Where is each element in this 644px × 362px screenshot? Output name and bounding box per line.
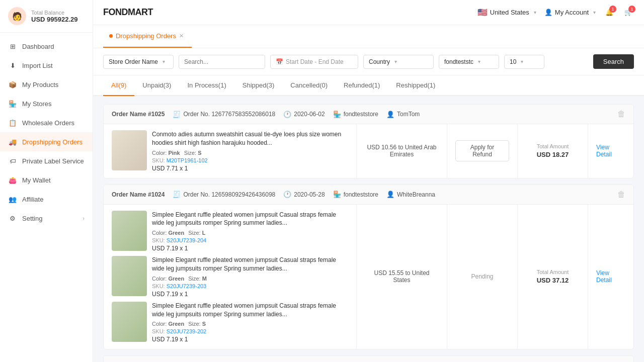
dropshipping-orders-icon: 🚚 bbox=[8, 137, 17, 146]
order-no-icon: 🧾 bbox=[173, 191, 181, 198]
order-tab-unpaid[interactable]: Unpaid(3) bbox=[134, 75, 179, 96]
search-button[interactable]: Search bbox=[593, 54, 634, 69]
sidebar-item-dashboard[interactable]: ⊞ Dashboard bbox=[0, 37, 93, 56]
store-order-name-filter[interactable]: Store Order Name ▾ bbox=[103, 55, 174, 69]
sku-link[interactable]: M20TP1961-102 bbox=[167, 157, 208, 163]
order-name-text: Order Name #1025 bbox=[112, 111, 165, 118]
view-detail-button[interactable]: View Detail bbox=[596, 144, 625, 158]
order-tab-cancelled[interactable]: Cancelled(0) bbox=[282, 75, 336, 96]
sidebar-item-label: Import List bbox=[22, 62, 53, 69]
product-info: Simplee Elegant ruffle pleated women jum… bbox=[152, 302, 348, 343]
search-input[interactable] bbox=[179, 55, 265, 69]
product-title: Simplee Elegant ruffle pleated women jum… bbox=[152, 256, 348, 273]
sidebar-item-label: Dashboard bbox=[22, 43, 54, 50]
order-total: Total Amount USD 37.12 bbox=[518, 205, 588, 349]
delete-order-button[interactable]: 🗑 bbox=[617, 110, 625, 119]
order-action: Pending bbox=[447, 205, 518, 349]
sku-link[interactable]: S20JU7239-202 bbox=[167, 328, 207, 334]
my-wallet-icon: 👛 bbox=[8, 175, 17, 185]
product-title: Simplee Elegant ruffle pleated women jum… bbox=[152, 211, 348, 228]
order-date-text: 2020-06-02 bbox=[294, 111, 325, 118]
order-no-text: Order No. 1265980929426436098 bbox=[183, 191, 275, 198]
order-tab-all[interactable]: All(9) bbox=[103, 75, 134, 96]
order-tab-reshipped[interactable]: Reshipped(1) bbox=[388, 75, 443, 96]
product-attributes: Color: Green Size: M bbox=[152, 276, 348, 282]
order-product: Simplee Elegant ruffle pleated women jum… bbox=[112, 256, 348, 298]
order-header: Order Name #1025 🧾 Order No. 12677675835… bbox=[104, 105, 633, 124]
product-sku: SKU: S20JU7239-203 bbox=[152, 283, 348, 289]
product-img-placeholder bbox=[112, 256, 147, 296]
sidebar-item-label: Wholesale Orders bbox=[22, 119, 74, 127]
tab-dropshipping-orders[interactable]: Dropshipping Orders ✕ bbox=[103, 25, 192, 48]
country-selector[interactable]: 🇺🇸 United States ▾ bbox=[477, 8, 536, 17]
order-product: Simplee Elegant ruffle pleated women jum… bbox=[112, 302, 348, 343]
order-name: Order Name #1024 bbox=[112, 191, 165, 198]
sidebar-item-my-products[interactable]: 📦 My Products bbox=[0, 75, 93, 94]
chevron-down-icon: ▾ bbox=[478, 59, 480, 64]
sku-link[interactable]: S20JU7239-203 bbox=[167, 283, 207, 289]
order-number: 🧾 Order No. 1265980929426436098 bbox=[173, 191, 275, 198]
product-attributes: Color: Green Size: S bbox=[152, 321, 348, 327]
sku-link[interactable]: S20JU7239-204 bbox=[167, 237, 207, 243]
clock-icon: 🕐 bbox=[283, 191, 291, 198]
order-header: Order Name #1024 🧾 Order No. 12659809294… bbox=[104, 185, 633, 205]
sidebar-item-wholesale-orders[interactable]: 📋 Wholesale Orders bbox=[0, 113, 93, 132]
sidebar-item-import-list[interactable]: ⬇ Import List bbox=[0, 56, 93, 75]
logo: FONDMART bbox=[103, 7, 153, 18]
product-img-placeholder bbox=[112, 302, 147, 342]
order-tab-shipped[interactable]: Shipped(3) bbox=[234, 75, 283, 96]
sidebar: 🧑 Total Balance USD 995922.29 ⊞ Dashboar… bbox=[0, 0, 93, 362]
chevron-down-icon: ▾ bbox=[163, 59, 165, 64]
order-date: 🕐 2020-06-02 bbox=[283, 111, 325, 118]
store-name-text: fondteststore bbox=[344, 191, 378, 198]
country-filter[interactable]: Country ▾ bbox=[363, 55, 434, 69]
cart-button[interactable]: 🛒 1 bbox=[623, 7, 634, 18]
qty-filter-value: 10 bbox=[510, 58, 516, 65]
date-range-filter[interactable]: 📅 Start Date - End Date bbox=[270, 55, 358, 69]
order-products: Conmoto adies autumn sweatshirt casual t… bbox=[104, 124, 357, 178]
person-icon: 👤 bbox=[386, 191, 394, 198]
order-store: 🏪 fondteststore bbox=[333, 191, 378, 198]
header-right: 🇺🇸 United States ▾ 👤 My Account ▾ 🔔 1 🛒 … bbox=[477, 7, 634, 18]
country-label: United States bbox=[490, 9, 529, 16]
sidebar-item-private-label[interactable]: 🏷 Private Label Service bbox=[0, 151, 93, 170]
product-img-placeholder bbox=[112, 211, 147, 251]
product-price: USD 7.19 x 1 bbox=[152, 291, 348, 298]
view-detail-button[interactable]: View Detail bbox=[596, 269, 625, 284]
store-filter[interactable]: fondteststc ▾ bbox=[439, 55, 499, 69]
product-info: Conmoto adies autumn sweatshirt casual t… bbox=[152, 130, 348, 172]
order-products: Simplee Elegant ruffle pleated women jum… bbox=[104, 205, 357, 349]
delete-order-button[interactable]: 🗑 bbox=[617, 190, 625, 199]
apply-refund-button[interactable]: Apply for Refund bbox=[455, 140, 509, 161]
qty-filter[interactable]: 10 ▾ bbox=[504, 55, 544, 69]
order-customer: 👤 TomTom bbox=[386, 111, 420, 118]
product-image bbox=[112, 256, 147, 296]
balance-label: Total Balance bbox=[31, 10, 78, 16]
product-img-placeholder bbox=[112, 130, 147, 170]
pending-status: Pending bbox=[471, 273, 493, 280]
notifications-button[interactable]: 🔔 1 bbox=[604, 7, 615, 18]
sidebar-item-affiliate[interactable]: 👥 Affiliate bbox=[0, 190, 93, 209]
import-list-icon: ⬇ bbox=[8, 61, 17, 70]
product-price: USD 7.19 x 1 bbox=[152, 336, 348, 343]
order-body: Conmoto adies autumn sweatshirt casual t… bbox=[104, 124, 633, 178]
order-tab-in-process[interactable]: In Process(1) bbox=[179, 75, 234, 96]
product-sku: SKU: S20JU7239-204 bbox=[152, 237, 348, 243]
sidebar-item-dropshipping-orders[interactable]: 🚚 Dropshipping Orders bbox=[0, 132, 93, 151]
account-menu[interactable]: 👤 My Account ▾ bbox=[544, 9, 596, 16]
total-amount: USD 18.27 bbox=[537, 151, 569, 158]
color-label: Color: Green bbox=[152, 276, 184, 282]
private-label-icon: 🏷 bbox=[8, 156, 17, 165]
order-product: Conmoto adies autumn sweatshirt casual t… bbox=[112, 130, 348, 172]
sidebar-item-setting[interactable]: ⚙ Setting › bbox=[0, 209, 93, 228]
sidebar-item-my-stores[interactable]: 🏪 My Stores bbox=[0, 94, 93, 113]
size-label: Size: S bbox=[188, 321, 206, 327]
sidebar-item-label: My Stores bbox=[22, 100, 52, 108]
tab-label: Dropshipping Orders bbox=[116, 32, 176, 40]
tab-active-dot bbox=[109, 34, 113, 38]
wholesale-orders-icon: 📋 bbox=[8, 118, 17, 127]
filters-bar: Store Order Name ▾ 📅 Start Date - End Da… bbox=[93, 48, 644, 75]
sidebar-item-my-wallet[interactable]: 👛 My Wallet bbox=[0, 170, 93, 190]
tab-close-icon[interactable]: ✕ bbox=[179, 33, 184, 39]
order-tab-refunded[interactable]: Refunded(1) bbox=[336, 75, 388, 96]
